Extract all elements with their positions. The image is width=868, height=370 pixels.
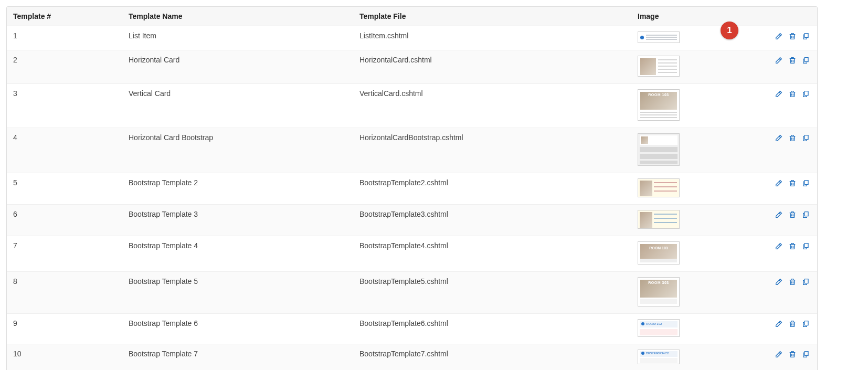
cell-actions bbox=[763, 26, 818, 50]
table-row: 2 Horizontal Card HorizontalCard.cshtml bbox=[7, 50, 818, 84]
edit-icon[interactable] bbox=[774, 319, 784, 329]
thumbnail-label: ROOM 103 bbox=[638, 246, 679, 250]
edit-icon[interactable] bbox=[774, 56, 784, 65]
cell-image: ROOM 102 bbox=[631, 314, 763, 344]
cell-num: 10 bbox=[7, 344, 122, 371]
delete-icon[interactable] bbox=[788, 350, 797, 359]
edit-icon[interactable] bbox=[774, 178, 784, 188]
delete-icon[interactable] bbox=[788, 241, 797, 251]
table-row: 7 Bootstrap Template 4 BootstrapTemplate… bbox=[7, 236, 818, 272]
table-row: 8 Bootstrap Template 5 BootstrapTemplate… bbox=[7, 272, 818, 314]
col-header-file[interactable]: Template File bbox=[353, 7, 631, 26]
cell-actions bbox=[763, 205, 818, 236]
cell-image bbox=[631, 26, 763, 50]
callout-badge: 1 bbox=[721, 22, 738, 39]
cell-num: 7 bbox=[7, 236, 122, 272]
cell-num: 1 bbox=[7, 26, 122, 50]
cell-num: 9 bbox=[7, 314, 122, 344]
cell-file: BootstrapTemplate2.cshtml bbox=[353, 173, 631, 205]
thumbnail-label: ROOM 103 bbox=[638, 93, 679, 97]
table-header-row: Template # Template Name Template File I… bbox=[7, 7, 818, 26]
cell-file: BootstrapTemplate6.cshtml bbox=[353, 314, 631, 344]
delete-icon[interactable] bbox=[788, 178, 797, 188]
thumbnail-label: BE57E90F34C2 bbox=[640, 351, 678, 357]
edit-icon[interactable] bbox=[774, 133, 784, 143]
delete-icon[interactable] bbox=[788, 210, 797, 219]
table-row: 10 Bootstrap Template 7 BootstrapTemplat… bbox=[7, 344, 818, 371]
template-thumbnail[interactable]: ROOM 103 bbox=[638, 89, 680, 121]
cell-image: ROOM 303 bbox=[631, 272, 763, 314]
edit-icon[interactable] bbox=[774, 31, 784, 41]
cell-name: Bootstrap Template 4 bbox=[122, 236, 353, 272]
template-thumbnail[interactable] bbox=[638, 56, 680, 77]
col-header-num[interactable]: Template # bbox=[7, 7, 122, 26]
cell-file: BootstrapTemplate4.cshtml bbox=[353, 236, 631, 272]
template-thumbnail[interactable]: ROOM 303 bbox=[638, 277, 680, 306]
edit-icon[interactable] bbox=[774, 277, 784, 287]
cell-name: Bootstrap Template 7 bbox=[122, 344, 353, 371]
copy-icon[interactable] bbox=[801, 210, 811, 219]
cell-name: Horizontal Card Bootstrap bbox=[122, 128, 353, 173]
cell-actions bbox=[763, 272, 818, 314]
copy-icon[interactable] bbox=[801, 31, 811, 41]
cell-file: ListItem.cshtml bbox=[353, 26, 631, 50]
delete-icon[interactable] bbox=[788, 319, 797, 329]
cell-image: ROOM 103 bbox=[631, 236, 763, 272]
cell-file: BootstrapTemplate3.cshtml bbox=[353, 205, 631, 236]
thumbnail-label: ROOM 102 bbox=[640, 321, 678, 327]
templates-table: Template # Template Name Template File I… bbox=[7, 7, 818, 370]
edit-icon[interactable] bbox=[774, 210, 784, 219]
table-row: 1 List Item ListItem.cshtml bbox=[7, 26, 818, 50]
cell-name: Bootstrap Template 6 bbox=[122, 314, 353, 344]
copy-icon[interactable] bbox=[801, 56, 811, 65]
cell-actions bbox=[763, 314, 818, 344]
cell-num: 4 bbox=[7, 128, 122, 173]
cell-file: HorizontalCardBootstrap.cshtml bbox=[353, 128, 631, 173]
cell-name: Bootstrap Template 2 bbox=[122, 173, 353, 205]
cell-image bbox=[631, 50, 763, 84]
cell-image bbox=[631, 173, 763, 205]
cell-name: Vertical Card bbox=[122, 84, 353, 128]
col-header-actions bbox=[763, 7, 818, 26]
delete-icon[interactable] bbox=[788, 277, 797, 287]
thumbnail-label: ROOM 303 bbox=[638, 281, 679, 284]
cell-file: BootstrapTemplate7.cshtml bbox=[353, 344, 631, 371]
template-thumbnail[interactable]: ROOM 103 bbox=[638, 241, 680, 265]
col-header-image[interactable]: Image bbox=[631, 7, 763, 26]
cell-actions bbox=[763, 173, 818, 205]
cell-num: 2 bbox=[7, 50, 122, 84]
cell-name: Bootstrap Template 5 bbox=[122, 272, 353, 314]
cell-num: 6 bbox=[7, 205, 122, 236]
cell-name: Bootstrap Template 3 bbox=[122, 205, 353, 236]
copy-icon[interactable] bbox=[801, 178, 811, 188]
copy-icon[interactable] bbox=[801, 277, 811, 287]
copy-icon[interactable] bbox=[801, 241, 811, 251]
template-thumbnail[interactable] bbox=[638, 178, 680, 197]
copy-icon[interactable] bbox=[801, 89, 811, 99]
template-thumbnail[interactable] bbox=[638, 31, 680, 43]
edit-icon[interactable] bbox=[774, 350, 784, 359]
cell-image bbox=[631, 128, 763, 173]
copy-icon[interactable] bbox=[801, 319, 811, 329]
cell-image: ROOM 103 bbox=[631, 84, 763, 128]
table-row: 4 Horizontal Card Bootstrap HorizontalCa… bbox=[7, 128, 818, 173]
edit-icon[interactable] bbox=[774, 89, 784, 99]
cell-num: 8 bbox=[7, 272, 122, 314]
template-thumbnail[interactable]: ROOM 102 bbox=[638, 319, 680, 337]
copy-icon[interactable] bbox=[801, 133, 811, 143]
delete-icon[interactable] bbox=[788, 31, 797, 41]
cell-num: 3 bbox=[7, 84, 122, 128]
template-thumbnail[interactable] bbox=[638, 210, 680, 229]
col-header-name[interactable]: Template Name bbox=[122, 7, 353, 26]
edit-icon[interactable] bbox=[774, 241, 784, 251]
delete-icon[interactable] bbox=[788, 56, 797, 65]
copy-icon[interactable] bbox=[801, 350, 811, 359]
delete-icon[interactable] bbox=[788, 133, 797, 143]
delete-icon[interactable] bbox=[788, 89, 797, 99]
template-thumbnail[interactable]: BE57E90F34C2 bbox=[638, 350, 680, 364]
table-row: 6 Bootstrap Template 3 BootstrapTemplate… bbox=[7, 205, 818, 236]
template-thumbnail[interactable] bbox=[638, 133, 680, 166]
cell-file: HorizontalCard.cshtml bbox=[353, 50, 631, 84]
cell-name: List Item bbox=[122, 26, 353, 50]
cell-image bbox=[631, 205, 763, 236]
